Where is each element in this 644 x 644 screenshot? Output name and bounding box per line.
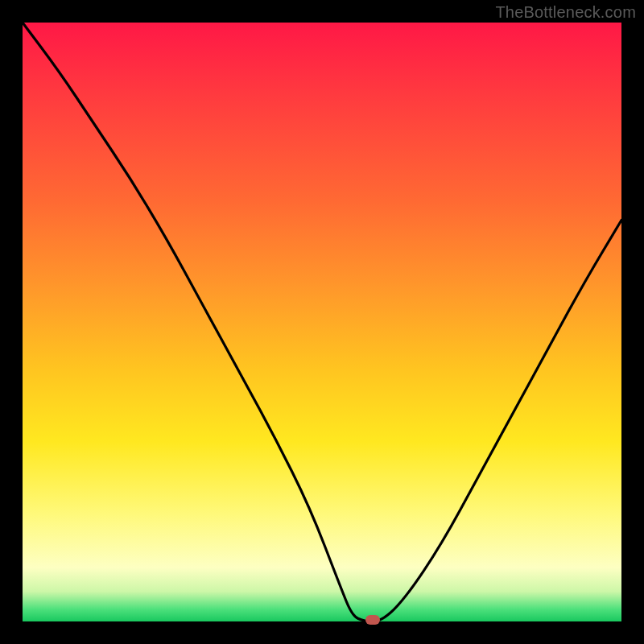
plot-area: [23, 23, 621, 621]
chart-frame: TheBottleneck.com: [0, 0, 644, 644]
bottleneck-curve: [23, 23, 621, 621]
optimal-point-marker: [365, 615, 380, 625]
watermark-text: TheBottleneck.com: [495, 3, 636, 22]
